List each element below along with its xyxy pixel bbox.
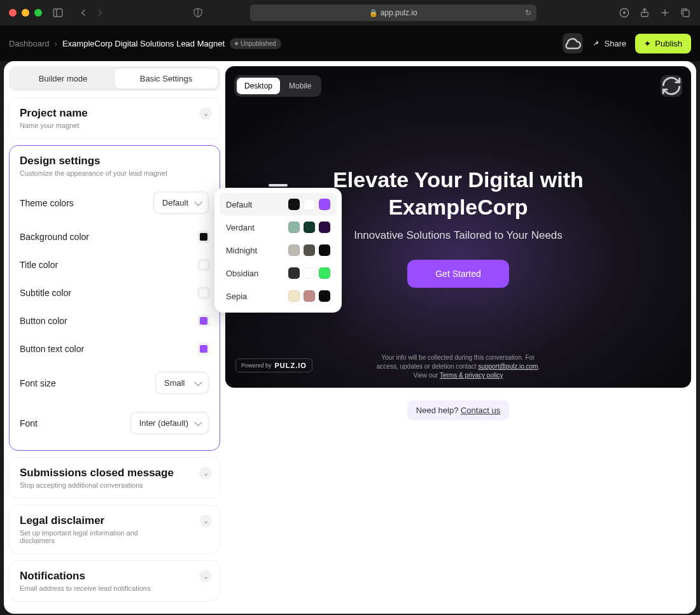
minimize-window-icon[interactable] — [22, 9, 29, 17]
tab-builder-mode[interactable]: Builder mode — [11, 69, 115, 88]
theme-swatches — [288, 222, 330, 233]
color-swatch[interactable] — [198, 231, 209, 243]
panel-title: Design settings — [20, 155, 209, 167]
theme-swatches — [288, 199, 330, 210]
theme-option-sepia[interactable]: Sepia — [220, 285, 337, 308]
theme-name: Default — [226, 200, 252, 209]
publish-button[interactable]: ✦ Publish — [635, 34, 691, 53]
share-arrow-icon — [592, 39, 601, 48]
chevron-down-icon[interactable]: ⌄ — [199, 467, 212, 479]
color-swatch[interactable] — [198, 287, 209, 299]
panel-title: Notifications — [20, 570, 209, 583]
powered-by-label: Powered by — [241, 362, 272, 369]
tab-desktop[interactable]: Desktop — [237, 78, 280, 94]
svg-rect-3 — [683, 10, 689, 17]
breadcrumb-current: ExampleCorp Digital Solutions Lead Magne… — [62, 39, 225, 48]
shield-icon[interactable] — [192, 7, 204, 18]
color-swatch[interactable] — [198, 259, 209, 271]
row-label: Button color — [20, 316, 67, 326]
tab-mobile[interactable]: Mobile — [281, 78, 319, 94]
row-label: Font size — [20, 378, 56, 388]
reload-icon[interactable]: ↻ — [525, 8, 531, 17]
panel-project-name[interactable]: Project name Name your magnet ⌄ — [9, 97, 220, 139]
tabs-icon[interactable] — [680, 7, 691, 18]
theme-name: Verdant — [226, 223, 255, 232]
chevron-down-icon[interactable]: ⌄ — [199, 514, 212, 527]
row-label: Font — [20, 418, 38, 428]
help-prefix: Need help? — [416, 406, 461, 415]
chevron-right-icon: › — [55, 39, 57, 48]
refresh-preview-button[interactable] — [661, 75, 682, 97]
cta-button[interactable]: Get Started — [407, 260, 509, 288]
close-window-icon[interactable] — [9, 9, 17, 17]
hero-subtitle: Innovative Solutions Tailored to Your Ne… — [354, 229, 563, 242]
panel-sub: Customize the appearance of your lead ma… — [20, 169, 209, 177]
lock-icon: 🔒 — [369, 9, 378, 17]
support-email-link[interactable]: support@pulz.io.com — [478, 363, 538, 370]
tab-basic-settings[interactable]: Basic Settings — [115, 69, 218, 88]
font-size-select[interactable]: Small — [155, 371, 209, 395]
row-label: Subtitle color — [20, 288, 71, 298]
chevron-down-icon[interactable]: ⌄ — [199, 570, 212, 583]
new-tab-icon[interactable] — [659, 7, 671, 18]
color-swatch[interactable] — [198, 343, 209, 355]
powered-by-badge[interactable]: Powered by PULZ.IO — [235, 358, 312, 372]
theme-name: Obsidian — [226, 269, 258, 278]
terms-link[interactable]: Terms & privacy policy — [440, 372, 503, 379]
theme-swatches — [288, 267, 330, 279]
panel-notifications[interactable]: Notifications Email address to receive l… — [9, 560, 220, 602]
row-font-size: Font size Small — [20, 365, 209, 401]
theme-swatches — [288, 290, 330, 302]
sparkle-icon: ✦ — [644, 39, 651, 48]
design-settings-body: Theme colors Default Background color Ti… — [20, 185, 209, 441]
theme-name: Sepia — [226, 292, 247, 301]
device-tabs: Desktop Mobile — [234, 75, 321, 97]
svg-rect-0 — [53, 9, 62, 17]
breadcrumb: Dashboard › ExampleCorp Digital Solution… — [9, 38, 281, 49]
row-button-color: Button color — [20, 309, 209, 333]
row-label: Background color — [20, 232, 89, 242]
cloud-save-button[interactable] — [563, 33, 583, 53]
share-button[interactable]: Share — [588, 39, 631, 48]
preview-footer: Powered by PULZ.IO Your info will be col… — [225, 353, 691, 380]
chevron-down-icon[interactable]: ⌄ — [199, 107, 212, 120]
theme-option-midnight[interactable]: Midnight — [220, 239, 337, 262]
row-theme-colors: Theme colors Default — [20, 185, 209, 221]
url-bar[interactable]: 🔒 app.pulz.io ↻ — [250, 4, 536, 21]
theme-option-verdant[interactable]: Verdant — [220, 216, 337, 239]
contact-us-link[interactable]: Contact us — [461, 406, 500, 415]
row-title-color: Title color — [20, 253, 209, 277]
back-icon[interactable] — [78, 7, 89, 18]
url-text: app.pulz.io — [381, 8, 417, 17]
theme-name: Midnight — [226, 246, 257, 255]
panel-legal-disclaimer[interactable]: Legal disclaimer Set up important legal … — [9, 505, 220, 554]
panel-title: Legal disclaimer — [20, 514, 209, 527]
nav-arrows — [78, 7, 106, 18]
publish-label: Publish — [655, 39, 682, 48]
maximize-window-icon[interactable] — [34, 9, 42, 17]
row-font: Font Inter (default) — [20, 405, 209, 441]
panel-title: Submissions closed message — [20, 467, 209, 479]
breadcrumb-root[interactable]: Dashboard — [9, 39, 50, 48]
legal-text: Your info will be collected during this … — [377, 353, 540, 380]
browser-chrome: 🔒 app.pulz.io ↻ — [0, 0, 700, 25]
panel-submissions-closed[interactable]: Submissions closed message Stop acceptin… — [9, 457, 220, 498]
mode-tabs: Builder mode Basic Settings — [9, 66, 220, 91]
row-background-color: Background color — [20, 225, 209, 249]
theme-select[interactable]: Default — [153, 191, 209, 215]
theme-swatches — [288, 244, 330, 256]
color-swatch[interactable] — [198, 315, 209, 327]
row-label: Theme colors — [20, 198, 74, 208]
theme-option-default[interactable]: Default — [220, 193, 337, 216]
chrome-right — [619, 7, 691, 18]
row-subtitle-color: Subtitle color — [20, 281, 209, 305]
forward-icon[interactable] — [94, 7, 106, 18]
download-icon[interactable] — [619, 7, 630, 18]
share-icon[interactable] — [639, 7, 650, 18]
font-select[interactable]: Inter (default) — [130, 411, 209, 435]
brand-logo: PULZ.IO — [275, 362, 307, 369]
sidebar-toggle-icon[interactable] — [52, 7, 64, 18]
settings-sidebar: Builder mode Basic Settings Project name… — [9, 66, 220, 609]
theme-option-obsidian[interactable]: Obsidian — [220, 262, 337, 285]
share-label: Share — [605, 39, 627, 48]
